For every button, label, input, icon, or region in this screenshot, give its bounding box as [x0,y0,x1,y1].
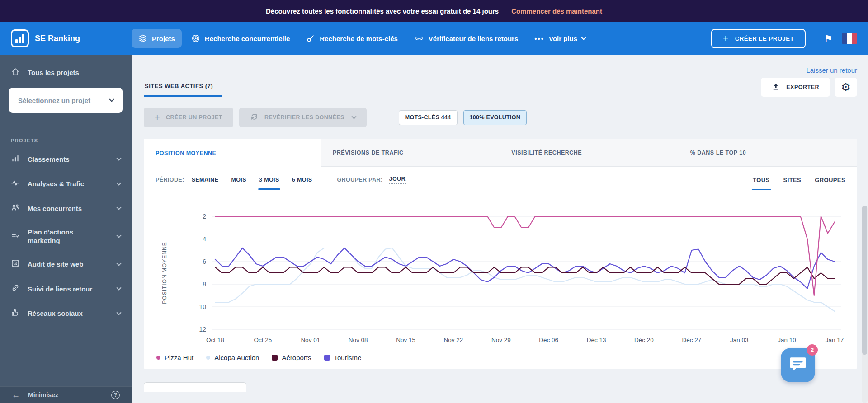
sidebar-item-competitors[interactable]: Mes concurrents [0,196,132,221]
period-option-month[interactable]: MOIS [231,177,246,183]
create-project-button[interactable]: + CRÉER LE PROJET [711,29,806,48]
sidebar-section-projects: PROJETS [0,125,132,147]
language-flag-france[interactable] [842,33,857,44]
collapse-arrow-icon[interactable]: ← [12,391,20,399]
sidebar-item-all-projects[interactable]: Tous les projets [0,55,132,78]
top-navbar: SE Ranking Projets Recherche concurrenti… [0,22,868,55]
legend-item-aeroports[interactable]: Aéroports [272,354,311,361]
legend-item-alcopa-auction[interactable]: Alcopa Auction [206,354,259,361]
target-icon [191,34,200,43]
promo-banner: Découvrez toutes les fonctionnalités ave… [0,0,868,22]
sidebar-item-backlink-monitoring[interactable]: Suivi de liens retour [0,276,132,301]
sidebar-item-marketing-plan[interactable]: Plan d'actions marketing [0,221,132,252]
chart-area: 24681012Oct 18Oct 25Nov 01Nov 08Nov 15No… [144,193,857,350]
se-ranking-logo-icon [11,29,29,47]
sidebar-item-website-audit[interactable]: Audit de site web [0,252,132,277]
sidebar-item-rankings[interactable]: Classements [0,147,132,172]
page-scrollbar [862,206,868,403]
nav-item-projects[interactable]: Projets [132,29,182,48]
scope-all[interactable]: TOUS [753,177,769,183]
brand-logo[interactable]: SE Ranking [11,29,132,47]
sidebar-bottom-bar: ← Minimisez ? [0,386,132,403]
main-content: Laisser un retour SITES WEB ACTIFS (7) E… [132,55,868,403]
project-select-placeholder: Sélectionnez un projet [18,97,90,104]
nav-item-competitive-research[interactable]: Recherche concurrentielle [184,29,297,48]
svg-text:Déc 27: Déc 27 [682,337,701,343]
chart-controls: PÉRIODE: SEMAINE MOIS 3 MOIS 6 MOIS GROU… [144,167,857,193]
chevron-down-icon [116,310,121,315]
svg-text:Jan 17: Jan 17 [826,337,844,343]
period-option-week[interactable]: SEMAINE [192,177,219,183]
legend-label: Alcopa Auction [214,354,259,361]
period-option-6months[interactable]: 6 MOIS [292,177,312,183]
chart-card: POSITION MOYENNE PRÉVISIONS DE TRAFIC VI… [144,139,857,369]
series-marker [206,356,210,360]
series-marker [324,355,330,361]
nav-item-keyword-research[interactable]: Recherche de mots-clés [299,29,405,48]
sidebar-item-label: Analyses & Trafic [28,179,84,188]
nav-item-label: Recherche de mots-clés [320,35,398,42]
chat-widget-button[interactable]: 2 [781,348,815,382]
recheck-data-button-disabled[interactable]: REVÉRIFIER LES DONNÉES [239,108,367,127]
svg-text:Jan 03: Jan 03 [730,337,749,343]
period-label: PÉRIODE: [156,177,184,183]
minimize-label[interactable]: Minimisez [28,391,58,398]
key-icon [306,34,315,43]
feedback-link[interactable]: Laisser un retour [144,66,857,74]
svg-text:2: 2 [203,213,206,220]
group-by-value[interactable]: JOUR [389,176,406,184]
period-option-3months[interactable]: 3 MOIS [259,177,279,183]
tab-active-websites[interactable]: SITES WEB ACTIFS (7) [144,83,222,97]
svg-text:Nov 01: Nov 01 [301,337,320,343]
nav-item-label: Projets [152,35,175,42]
create-project-label: CRÉER UN PROJET [166,114,222,121]
help-icon[interactable]: ? [111,391,120,399]
navbar-menu: Projets Recherche concurrentielle Recher… [132,29,592,48]
bar-chart-icon [11,154,20,165]
dots-icon: ••• [534,35,544,42]
promo-cta-link[interactable]: Commencer dès maintenant [511,7,602,15]
settings-button[interactable]: ⚙ [835,78,857,97]
project-select-dropdown[interactable]: Sélectionnez un projet [9,88,123,113]
divider [815,30,815,47]
tab-traffic-forecast[interactable]: PRÉVISIONS DE TRAFIC [321,139,500,166]
chat-bubble-icon [789,356,807,374]
legend-label: Aéroports [282,354,311,361]
evolution-badge[interactable]: 100% EVOLUTION [463,110,527,125]
scrollbar-thumb[interactable] [862,206,867,355]
svg-text:Jan 10: Jan 10 [778,337,796,343]
link-icon [414,34,424,43]
legend-item-pizza-hut[interactable]: Pizza Hut [156,354,193,361]
chevron-down-icon [116,205,121,210]
sidebar-item-social-media[interactable]: Réseaux sociaux [0,301,132,326]
create-project-button-disabled[interactable]: + CRÉER UN PROJET [144,108,233,127]
divider [326,173,326,187]
chart-legend: Pizza Hut Alcopa Auction Aéroports Touri… [144,350,857,369]
home-icon [11,67,20,78]
nav-item-label: Recherche concurrentielle [205,35,290,42]
series-marker [272,355,278,361]
export-button[interactable]: EXPORTER [761,78,830,97]
report-flag-icon[interactable]: ⚑ [824,34,833,43]
svg-text:8: 8 [203,281,206,288]
svg-text:Déc 13: Déc 13 [587,337,606,343]
tab-average-position[interactable]: POSITION MOYENNE [144,139,321,167]
nav-item-backlink-checker[interactable]: Vérificateur de liens retours [407,29,525,48]
scope-groups[interactable]: GROUPES [815,177,845,183]
keywords-count-badge[interactable]: MOTS-CLÉS 444 [399,110,458,125]
tab-percent-top10[interactable]: % DANS LE TOP 10 [679,139,857,166]
chevron-down-icon [116,261,121,266]
chevron-down-icon [116,233,121,238]
svg-text:Nov 15: Nov 15 [396,337,415,343]
plus-icon: + [155,112,160,123]
position-chart[interactable]: 24681012Oct 18Oct 25Nov 01Nov 08Nov 15No… [147,195,849,348]
sidebar-item-analytics-traffic[interactable]: Analyses & Trafic [0,172,132,197]
chevron-down-icon [581,35,586,40]
legend-item-tourisme[interactable]: Tourisme [324,354,362,361]
navbar-right: + CRÉER LE PROJET ⚑ [711,29,857,48]
tab-search-visibility[interactable]: VISIBILITÉ RECHERCHE [500,139,678,166]
nav-item-see-more[interactable]: ••• Voir plus [528,30,592,47]
audit-search-icon [11,259,20,270]
divider [222,96,749,96]
scope-sites[interactable]: SITES [783,177,802,183]
